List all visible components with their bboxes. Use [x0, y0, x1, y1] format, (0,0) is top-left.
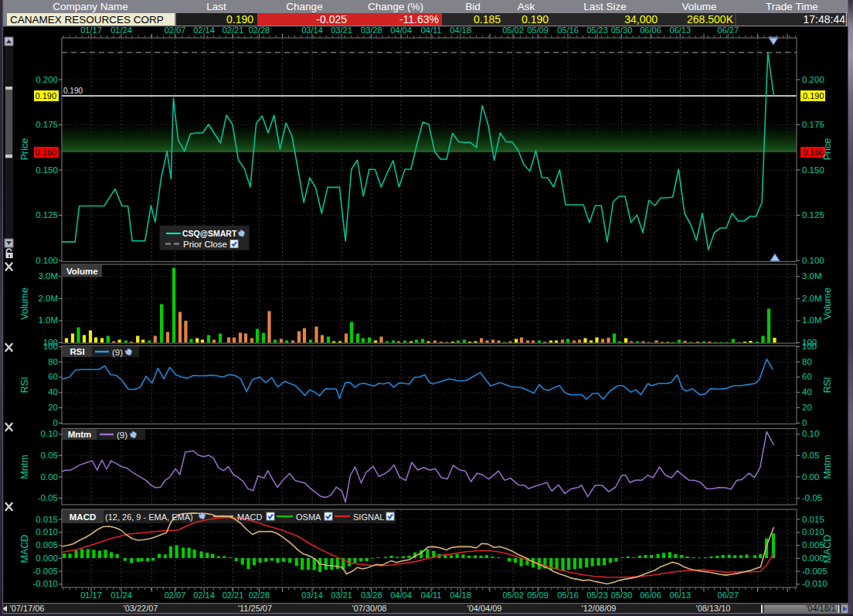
svg-text:05/09: 05/09: [527, 26, 549, 35]
svg-text:2.0M: 2.0M: [802, 294, 822, 303]
svg-text:Volume: Volume: [822, 288, 833, 320]
svg-text:0.190: 0.190: [63, 87, 83, 95]
svg-text:0.125: 0.125: [802, 210, 824, 220]
svg-text:-0.025: -0.025: [316, 13, 347, 26]
svg-text:'07/17/06: '07/17/06: [10, 604, 45, 613]
svg-text:02/07: 02/07: [165, 26, 186, 35]
svg-text:RSI: RSI: [70, 347, 84, 356]
svg-text:MACD: MACD: [19, 535, 30, 563]
svg-text:0.015: 0.015: [36, 515, 58, 524]
svg-text:Mntm: Mntm: [19, 454, 30, 478]
svg-text:Company Name: Company Name: [53, 1, 128, 12]
svg-text:MACD: MACD: [237, 512, 262, 522]
svg-text:0.05: 0.05: [41, 451, 58, 460]
svg-text:0.10: 0.10: [41, 429, 58, 438]
svg-text:Mntm: Mntm: [68, 430, 92, 439]
svg-text:Price: Price: [822, 138, 833, 161]
svg-text:06/13: 06/13: [670, 26, 692, 35]
svg-text:Volume: Volume: [681, 1, 716, 12]
svg-text:0.05: 0.05: [802, 451, 819, 460]
svg-text:Change: Change: [286, 1, 322, 12]
svg-text:100: 100: [43, 342, 58, 351]
svg-text:80: 80: [48, 357, 58, 366]
svg-text:-0.010: -0.010: [802, 579, 828, 588]
svg-text:OSMA: OSMA: [296, 512, 321, 522]
svg-text:0.100: 0.100: [802, 256, 824, 265]
svg-text:03/28: 03/28: [361, 26, 382, 35]
svg-text:1.0M: 1.0M: [802, 315, 822, 325]
svg-text:SIGNAL: SIGNAL: [353, 512, 384, 522]
svg-text:0.125: 0.125: [36, 210, 58, 220]
svg-text:2.0M: 2.0M: [38, 294, 58, 303]
svg-text:0.175: 0.175: [36, 120, 58, 129]
svg-text:0.185: 0.185: [474, 13, 501, 26]
svg-text:3.0M: 3.0M: [802, 271, 822, 281]
svg-text:01/24: 01/24: [110, 26, 132, 35]
svg-text:03/21: 03/21: [331, 26, 352, 35]
svg-text:0.190: 0.190: [803, 91, 824, 100]
svg-text:0.015: 0.015: [802, 515, 824, 524]
svg-text:20: 20: [48, 403, 58, 412]
svg-text:05/23: 05/23: [586, 26, 608, 35]
svg-text:05/16: 05/16: [557, 26, 579, 35]
svg-text:0.00: 0.00: [802, 472, 819, 482]
svg-text:80: 80: [802, 357, 812, 366]
svg-text:CSQ@SMART: CSQ@SMART: [182, 229, 237, 238]
svg-text:Mntm: Mntm: [822, 454, 833, 478]
svg-text:0.190: 0.190: [226, 13, 253, 26]
svg-text:0.005: 0.005: [802, 540, 824, 550]
svg-text:0.005: 0.005: [36, 540, 58, 550]
svg-text:0.150: 0.150: [36, 165, 58, 175]
svg-text:MACD: MACD: [70, 512, 97, 522]
svg-text:MACD: MACD: [822, 535, 833, 563]
svg-text:-11.63%: -11.63%: [399, 13, 439, 26]
svg-text:(12, 26, 9 - EMA, EMA): (12, 26, 9 - EMA, EMA): [105, 512, 193, 522]
svg-text:02/28: 02/28: [249, 26, 270, 35]
svg-text:02/21: 02/21: [223, 26, 244, 35]
svg-text:Ask: Ask: [518, 1, 535, 12]
svg-text:0.100: 0.100: [36, 256, 58, 265]
svg-text:1.0M: 1.0M: [38, 315, 58, 325]
svg-text:RSI: RSI: [19, 377, 30, 393]
svg-text:Volume: Volume: [19, 288, 30, 320]
svg-text:40: 40: [48, 387, 58, 396]
svg-text:06/06: 06/06: [640, 26, 661, 35]
svg-text:'12/08/09: '12/08/09: [582, 604, 617, 613]
svg-text:'07/30/08: '07/30/08: [352, 604, 387, 613]
svg-text:0.150: 0.150: [802, 165, 824, 175]
svg-text:04/11: 04/11: [421, 26, 442, 35]
svg-text:'04/04/09: '04/04/09: [467, 604, 502, 613]
svg-text:0.00: 0.00: [41, 472, 58, 482]
svg-text:268.500K: 268.500K: [687, 13, 734, 26]
svg-text:0.190: 0.190: [35, 91, 56, 100]
svg-text:(9): (9): [112, 348, 123, 357]
svg-text:Trade Time: Trade Time: [766, 1, 818, 12]
svg-text:0.160: 0.160: [803, 148, 824, 157]
svg-text:0.175: 0.175: [802, 120, 824, 129]
svg-text:0.010: 0.010: [36, 527, 58, 536]
svg-text:06/27: 06/27: [718, 26, 739, 35]
svg-text:0.010: 0.010: [802, 527, 824, 536]
svg-text:-0.005: -0.005: [802, 567, 828, 576]
svg-text:'11/25/07: '11/25/07: [238, 604, 272, 613]
svg-text:RSI: RSI: [822, 377, 833, 393]
svg-text:0.000: 0.000: [36, 553, 58, 563]
svg-text:Bid: Bid: [465, 1, 481, 12]
svg-text:20: 20: [802, 403, 812, 412]
svg-text:0.10: 0.10: [802, 429, 819, 438]
svg-text:0.160: 0.160: [35, 148, 56, 157]
svg-text:05/02: 05/02: [502, 26, 524, 35]
svg-text:17:48:44: 17:48:44: [804, 13, 846, 26]
svg-text:04/18: 04/18: [450, 26, 471, 35]
svg-text:34,000: 34,000: [624, 13, 658, 26]
svg-text:03/14: 03/14: [301, 26, 323, 35]
svg-text:'03/22/07: '03/22/07: [124, 604, 158, 613]
svg-text:0: 0: [53, 418, 58, 427]
svg-text:3.0M: 3.0M: [38, 271, 58, 281]
svg-text:'04/18/1: '04/18/1: [806, 604, 836, 613]
svg-text:Price: Price: [19, 138, 30, 161]
svg-text:Volume: Volume: [66, 267, 98, 276]
svg-text:0.200: 0.200: [36, 75, 58, 84]
svg-text:Change (%): Change (%): [368, 1, 423, 12]
svg-text:0.190: 0.190: [522, 13, 549, 26]
